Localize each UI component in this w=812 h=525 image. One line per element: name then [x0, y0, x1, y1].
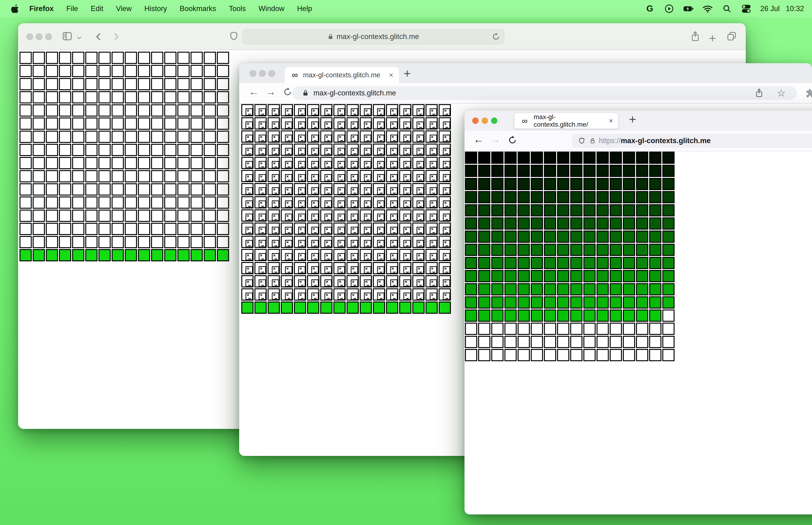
menu-item-edit[interactable]: Edit [85, 4, 109, 13]
menu-item-view[interactable]: View [110, 4, 138, 13]
zoom-button[interactable] [491, 118, 497, 124]
broken-image-icon: × [430, 253, 437, 260]
battery-charging-icon[interactable] [683, 3, 693, 14]
menu-item-firefox[interactable]: Firefox [23, 4, 60, 13]
gl-canvas-cell: × [386, 275, 398, 287]
menu-item-file[interactable]: File [60, 4, 85, 13]
chrome-active-tab[interactable]: ∞ max-gl-contexts.glitch.me × [285, 67, 399, 83]
google-g-icon[interactable]: G [645, 3, 655, 14]
gl-canvas-cell [465, 244, 477, 256]
gl-canvas-cell [59, 131, 71, 143]
safari-address-bar[interactable]: max-gl-contexts.glitch.me [243, 29, 504, 44]
gl-canvas-cell: × [281, 196, 293, 208]
close-button[interactable] [26, 33, 33, 40]
reload-icon[interactable] [492, 32, 500, 41]
control-center-icon[interactable] [741, 3, 751, 14]
tab-close-icon[interactable]: × [389, 71, 393, 79]
gl-canvas-cell [347, 301, 359, 314]
forward-icon[interactable] [112, 34, 118, 39]
gl-canvas-cell: × [241, 104, 254, 116]
gl-canvas-cell [518, 230, 530, 243]
gl-canvas-cell [570, 283, 582, 296]
new-tab-button[interactable]: + [404, 66, 411, 80]
tab-overview-icon[interactable] [726, 31, 737, 42]
menu-item-tools[interactable]: Tools [223, 4, 252, 13]
gl-canvas-cell: × [294, 183, 306, 195]
gl-canvas-cell [217, 118, 229, 130]
gl-canvas-cell [178, 91, 189, 103]
menu-item-history[interactable]: History [138, 4, 173, 13]
menu-item-window[interactable]: Window [252, 4, 291, 13]
gl-canvas-cell [151, 196, 163, 209]
gl-canvas-cell [164, 91, 177, 103]
gl-canvas-cell [649, 310, 661, 322]
gl-canvas-cell: × [347, 236, 359, 248]
gl-canvas-cell [610, 283, 622, 296]
gl-canvas-cell [426, 301, 438, 314]
firefox-address-bar[interactable]: https://max-gl-contexts.glitch.me [572, 134, 812, 148]
reload-icon[interactable] [283, 87, 292, 96]
reload-icon[interactable] [508, 135, 517, 145]
play-circle-icon[interactable] [664, 3, 674, 14]
gl-canvas-cell [204, 223, 216, 235]
broken-image-icon: × [377, 108, 384, 116]
gl-canvas-cell [85, 236, 97, 248]
gl-canvas-cell [138, 183, 150, 196]
broken-image-icon: × [272, 292, 279, 300]
zoom-button[interactable] [45, 33, 52, 40]
tab-close-icon[interactable]: × [609, 117, 613, 125]
search-icon[interactable] [722, 3, 732, 14]
gl-canvas-cell: × [360, 262, 372, 274]
apple-menu-icon[interactable] [10, 4, 21, 13]
menu-item-help[interactable]: Help [291, 4, 319, 13]
gl-canvas-cell: × [241, 288, 254, 301]
gl-canvas-cell [478, 310, 490, 322]
forward-icon[interactable]: → [265, 86, 276, 97]
minimize-button[interactable] [36, 33, 43, 40]
back-icon[interactable]: ← [473, 134, 484, 145]
gl-canvas-cell: × [412, 144, 425, 156]
gl-canvas-cell [85, 223, 97, 235]
zoom-button[interactable] [268, 70, 275, 77]
gl-canvas-cell [204, 249, 216, 261]
back-icon[interactable] [97, 34, 102, 39]
gl-canvas-cell [662, 204, 675, 216]
shield-icon[interactable] [229, 31, 239, 42]
menu-item-bookmarks[interactable]: Bookmarks [173, 4, 223, 13]
broken-image-icon: × [311, 135, 319, 142]
bookmark-star-icon[interactable]: ☆ [777, 87, 786, 99]
close-button[interactable] [472, 118, 479, 124]
broken-image-icon: × [338, 187, 345, 195]
forward-icon[interactable]: → [490, 134, 501, 145]
gl-canvas-cell [33, 78, 45, 90]
extensions-puzzle-icon[interactable] [805, 88, 812, 99]
gl-canvas-cell [112, 144, 124, 156]
safari-toolbar: max-gl-contexts.glitch.me + [18, 23, 746, 50]
chrome-address-bar[interactable]: max-gl-contexts.glitch.me ☆ [292, 86, 797, 100]
gl-canvas-cell: × [294, 144, 306, 156]
gl-canvas-cell [72, 157, 85, 169]
share-icon[interactable] [755, 88, 764, 98]
broken-image-icon: × [246, 292, 253, 300]
gl-canvas-cell [504, 283, 517, 296]
gl-canvas-cell [125, 78, 137, 90]
gl-canvas-cell [504, 165, 517, 177]
gl-canvas-cell: × [412, 275, 425, 287]
menu-bar-clock[interactable]: 26 Jul 10:32 [760, 4, 804, 13]
wifi-icon[interactable] [703, 3, 713, 14]
minimize-button[interactable] [259, 70, 266, 77]
gl-canvas-cell: × [333, 157, 346, 169]
share-icon[interactable] [690, 31, 700, 42]
broken-image-icon: × [430, 214, 437, 221]
broken-image-icon: × [285, 292, 292, 300]
gl-canvas-cell [151, 65, 163, 77]
new-tab-button[interactable]: + [629, 112, 636, 126]
back-icon[interactable]: ← [249, 86, 259, 97]
sidebar-icon[interactable] [62, 31, 73, 42]
sidebar-chevron-down-icon[interactable] [78, 35, 81, 39]
broken-image-icon: × [311, 266, 319, 273]
close-button[interactable] [249, 70, 256, 77]
new-tab-icon[interactable]: + [709, 31, 716, 45]
minimize-button[interactable] [482, 118, 488, 124]
firefox-active-tab[interactable]: ∞ max-gl-contexts.glitch.me/ × [514, 113, 618, 129]
